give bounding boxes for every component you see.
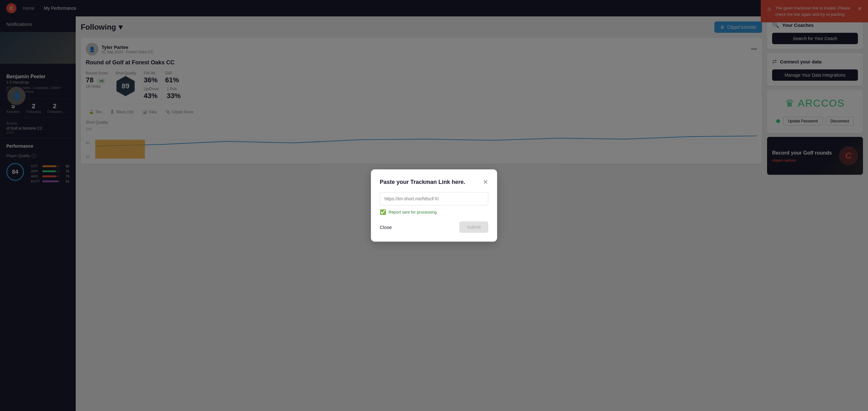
modal-close-x-button[interactable]: ✕ bbox=[483, 178, 488, 186]
trackman-modal: Paste your Trackman Link here. ✕ ✅ Repor… bbox=[371, 169, 497, 242]
modal-overlay[interactable]: Paste your Trackman Link here. ✕ ✅ Repor… bbox=[0, 0, 868, 411]
modal-success-message: ✅ Report sent for processing bbox=[380, 209, 488, 215]
modal-header: Paste your Trackman Link here. ✕ bbox=[380, 178, 488, 186]
trackman-link-input[interactable] bbox=[380, 192, 488, 205]
modal-submit-button[interactable]: Submit bbox=[459, 221, 488, 233]
modal-footer: Close Submit bbox=[380, 221, 488, 233]
modal-close-button[interactable]: Close bbox=[380, 225, 392, 230]
modal-title: Paste your Trackman Link here. bbox=[380, 179, 465, 186]
success-icon: ✅ bbox=[380, 209, 386, 215]
